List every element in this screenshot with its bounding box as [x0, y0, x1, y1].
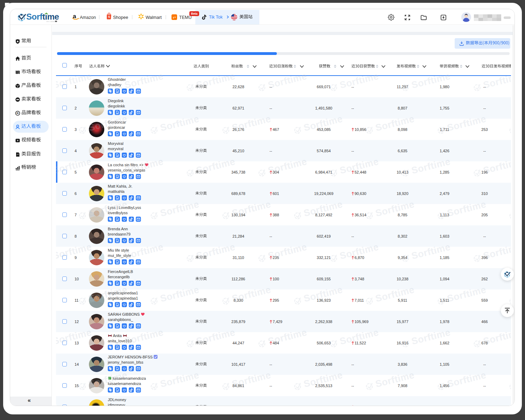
- svg-text:t: t: [173, 16, 174, 19]
- svg-text:R: R: [17, 112, 19, 115]
- svg-text:S: S: [108, 15, 110, 19]
